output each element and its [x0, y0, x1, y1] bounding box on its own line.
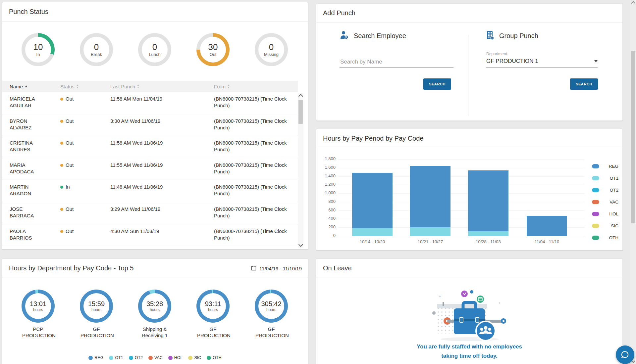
- sort-header-name[interactable]: Name: [10, 84, 60, 89]
- page-scrollbar[interactable]: [630, 0, 636, 364]
- status-text: Out: [66, 162, 74, 168]
- legend-item[interactable]: REG: [592, 164, 618, 169]
- donut-label: In: [36, 52, 40, 57]
- scroll-up-icon[interactable]: [298, 94, 303, 99]
- employee-name: MARIA APODACA: [10, 162, 47, 175]
- status-cell: Out: [60, 96, 110, 102]
- status-cell: In: [60, 184, 110, 190]
- last-punch-cell: 4:30 AM Sun 11/03/19: [110, 228, 214, 235]
- hours-value: 35:28: [146, 300, 163, 307]
- status-dot-icon: [60, 164, 63, 167]
- search-employee-button[interactable]: SEARCH: [423, 78, 451, 90]
- status-cell: Out: [60, 162, 110, 168]
- card-title: Hours by Pay Period by Pay Code: [323, 135, 424, 142]
- department-name: PCP PRODUCTION: [22, 326, 54, 339]
- legend-item[interactable]: OTH: [592, 235, 618, 240]
- search-name-input[interactable]: [340, 57, 453, 68]
- legend-dot-hol: [168, 356, 173, 360]
- table-row[interactable]: MARIA APODACA Out 11:55 AM Wed 11/06/19 …: [2, 158, 298, 180]
- y-tick-label: 400: [317, 216, 336, 221]
- sort-header-from[interactable]: From: [214, 84, 298, 89]
- donut-ring: 15:59 hours: [80, 290, 113, 323]
- donut-center: 35:28 hours: [142, 293, 168, 319]
- group-punch-search-button[interactable]: SEARCH: [570, 78, 598, 90]
- legend-label: SIC: [607, 223, 618, 228]
- legend-item[interactable]: SIC: [592, 223, 618, 228]
- sort-header-status[interactable]: Status: [60, 84, 110, 89]
- section-divider: [468, 35, 468, 116]
- sort-header-last-punch[interactable]: Last Punch: [110, 84, 214, 89]
- y-tick-label: 1,200: [317, 182, 336, 187]
- legend-dot-ot1: [592, 176, 599, 180]
- table-scrollbar[interactable]: [298, 93, 303, 248]
- donut-center: 0 Break: [83, 37, 109, 63]
- table-row[interactable]: MARTIN ARAGON In 11:48 AM Wed 11/06/19 (…: [2, 180, 298, 202]
- column-label: From: [214, 84, 226, 89]
- punch-donut-missing: 0 Missing: [242, 33, 300, 66]
- status-text: Out: [66, 118, 74, 124]
- y-tick-label: 1,000: [317, 190, 336, 195]
- status-dot-icon: [60, 142, 63, 145]
- table-row[interactable]: JOSE BARRAGA Out 3:29 AM Wed 11/06/19 (B…: [2, 202, 298, 224]
- column-label: Name: [10, 84, 23, 89]
- on-leave-card: On Leave + +: [316, 258, 623, 364]
- sort-asc-icon: [25, 85, 27, 87]
- table-row[interactable]: GUILLERMO Out 11:55 AM Mon 11/04/19 (BN6…: [2, 246, 298, 249]
- legend-item[interactable]: VAC: [592, 200, 618, 205]
- donut-center: 13:01 hours: [25, 293, 51, 319]
- legend-item[interactable]: OT1: [592, 176, 618, 181]
- legend-dot-sic: [592, 224, 599, 228]
- table-row[interactable]: PAOLA BARRIOS Out 4:30 AM Sun 11/03/19 (…: [2, 224, 298, 247]
- donut-value: 10: [33, 42, 43, 52]
- scrollbar-thumb[interactable]: [298, 100, 303, 124]
- employee-name: JOSE BARRAGA: [10, 206, 47, 219]
- chat-bubble-icon: [620, 350, 630, 359]
- add-punch-header: Add Punch: [316, 4, 622, 23]
- punch-status-card: Punch Status 10 In 0 Break 0: [2, 2, 308, 250]
- on-leave-header: On Leave: [316, 259, 622, 278]
- scroll-up-icon[interactable]: [631, 1, 635, 5]
- donut-center: 0 Lunch: [142, 37, 168, 63]
- legend-label: OTH: [607, 235, 618, 240]
- date-range-picker[interactable]: 11/04/19 - 11/10/19: [251, 265, 302, 272]
- department-select[interactable]: GF PRODUCTION 1: [486, 58, 598, 68]
- x-tick-label: 10/28 - 11/03: [465, 239, 511, 244]
- legend-dot-oth: [207, 356, 211, 360]
- card-title: Punch Status: [9, 8, 48, 16]
- employee-name: MARICELA AGUILAR: [10, 96, 47, 109]
- from-cell: (BN6000-70738215) (Time Clock Punch): [214, 184, 293, 197]
- y-tick-label: 0: [317, 233, 336, 238]
- donut-ring: 35:28 hours: [138, 290, 171, 323]
- section-title: Search Employee: [354, 32, 406, 40]
- gridline: [338, 236, 585, 236]
- column-label: Last Punch: [110, 84, 135, 89]
- legend-item[interactable]: HOL: [592, 211, 618, 216]
- department-label: Department: [486, 52, 507, 56]
- punch-donut-lunch: 0 Lunch: [126, 33, 184, 66]
- legend-label: VAC: [154, 355, 163, 360]
- scrollbar-thumb[interactable]: [631, 51, 635, 223]
- punch-donut-break: 0 Break: [67, 33, 126, 66]
- scroll-down-icon[interactable]: [298, 242, 303, 247]
- donut-label: Lunch: [149, 52, 160, 57]
- x-tick-label: 11/04 - 11/10: [524, 239, 570, 244]
- table-row[interactable]: CRISTINA ANDRES Out 11:58 AM Wed 11/06/1…: [2, 136, 298, 158]
- department-donut: 15:59 hours GF PRODUCTION: [67, 290, 126, 339]
- table-row[interactable]: BYRON ALVAREZ Out 3:30 AM Wed 11/06/19 (…: [2, 114, 298, 136]
- chart-legend: REG OT1 OT2 VAC HOL SIC OTH: [592, 164, 618, 240]
- donut-ring: 0 Break: [80, 33, 113, 66]
- department-donut: 13:01 hours PCP PRODUCTION: [9, 290, 67, 339]
- status-dot-icon: [60, 208, 63, 211]
- legend-item: SIC: [188, 355, 201, 360]
- employee-name: BYRON ALVAREZ: [10, 118, 47, 131]
- donut-ring: 13:01 hours: [22, 290, 55, 323]
- legend-label: VAC: [607, 200, 618, 205]
- legend-item[interactable]: OT2: [592, 188, 618, 193]
- chat-fab-button[interactable]: [616, 345, 634, 364]
- gridline: [338, 159, 585, 159]
- table-row[interactable]: MARICELA AGUILAR Out 11:58 AM Mon 11/04/…: [2, 92, 298, 114]
- department-donut: 93:11 hours GF PRODUCTION: [184, 290, 242, 339]
- status-text: Out: [66, 96, 74, 102]
- department-legend: REG OT1 OT2 VAC HOL SIC OTH: [2, 355, 308, 360]
- on-leave-message: You are fully staffed with no employees …: [411, 342, 527, 361]
